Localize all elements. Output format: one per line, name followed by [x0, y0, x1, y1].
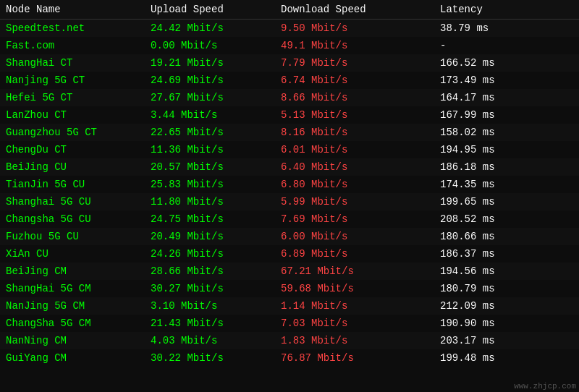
- node-name-cell: ChangSha 5G CM: [0, 315, 145, 332]
- download-speed-cell: 49.1 Mbit/s: [275, 37, 434, 54]
- download-speed-cell: 6.89 Mbit/s: [275, 245, 434, 263]
- node-name-cell: Fast.com: [0, 37, 145, 54]
- header-latency: Latency: [434, 0, 579, 20]
- upload-speed-cell: 25.83 Mbit/s: [145, 176, 275, 193]
- table-row: Shanghai 5G CU11.80 Mbit/s5.99 Mbit/s199…: [0, 193, 579, 210]
- download-speed-cell: 7.03 Mbit/s: [275, 315, 434, 332]
- download-speed-cell: 59.68 Mbit/s: [275, 280, 434, 297]
- download-speed-cell: 6.00 Mbit/s: [275, 228, 434, 245]
- upload-speed-cell: 28.66 Mbit/s: [145, 263, 275, 280]
- table-row: Fuzhou 5G CU20.49 Mbit/s6.00 Mbit/s180.6…: [0, 228, 579, 245]
- header-upload-speed: Upload Speed: [145, 0, 275, 20]
- node-name-cell: Shanghai 5G CU: [0, 193, 145, 210]
- latency-cell: 166.52 ms: [434, 54, 579, 72]
- watermark: www.zhjcp.com: [514, 382, 576, 391]
- node-name-cell: ShangHai CT: [0, 54, 145, 72]
- download-speed-cell: 8.16 Mbit/s: [275, 124, 434, 141]
- latency-cell: 167.99 ms: [434, 106, 579, 124]
- download-speed-cell: 6.01 Mbit/s: [275, 141, 434, 158]
- latency-cell: 164.17 ms: [434, 89, 579, 106]
- node-name-cell: BeiJing CU: [0, 158, 145, 176]
- table-row: BeiJing CM28.66 Mbit/s67.21 Mbit/s194.56…: [0, 263, 579, 280]
- table-row: GuiYang CM30.22 Mbit/s76.87 Mbit/s199.48…: [0, 349, 579, 367]
- upload-speed-cell: 24.69 Mbit/s: [145, 72, 275, 89]
- latency-cell: 186.18 ms: [434, 158, 579, 176]
- table-row: ShangHai 5G CM30.27 Mbit/s59.68 Mbit/s18…: [0, 280, 579, 297]
- download-speed-cell: 6.80 Mbit/s: [275, 176, 434, 193]
- upload-speed-cell: 24.75 Mbit/s: [145, 210, 275, 228]
- download-speed-cell: 6.40 Mbit/s: [275, 158, 434, 176]
- table-row: NanNing CM4.03 Mbit/s1.83 Mbit/s203.17 m…: [0, 332, 579, 349]
- latency-cell: 158.02 ms: [434, 124, 579, 141]
- download-speed-cell: 67.21 Mbit/s: [275, 263, 434, 280]
- upload-speed-cell: 11.36 Mbit/s: [145, 141, 275, 158]
- latency-cell: 173.49 ms: [434, 72, 579, 89]
- node-name-cell: NanNing CM: [0, 332, 145, 349]
- table-row: XiAn CU24.26 Mbit/s6.89 Mbit/s186.37 ms: [0, 245, 579, 263]
- latency-cell: 194.95 ms: [434, 141, 579, 158]
- latency-cell: 194.56 ms: [434, 263, 579, 280]
- upload-speed-cell: 0.00 Mbit/s: [145, 37, 275, 54]
- node-name-cell: Speedtest.net: [0, 20, 145, 38]
- node-name-cell: BeiJing CM: [0, 263, 145, 280]
- latency-cell: 212.09 ms: [434, 297, 579, 315]
- download-speed-cell: 7.69 Mbit/s: [275, 210, 434, 228]
- download-speed-cell: 9.50 Mbit/s: [275, 20, 434, 38]
- table-row: TianJin 5G CU25.83 Mbit/s6.80 Mbit/s174.…: [0, 176, 579, 193]
- upload-speed-cell: 30.27 Mbit/s: [145, 280, 275, 297]
- upload-speed-cell: 30.22 Mbit/s: [145, 349, 275, 367]
- header-node-name: Node Name: [0, 0, 145, 20]
- download-speed-cell: 6.74 Mbit/s: [275, 72, 434, 89]
- download-speed-cell: 5.13 Mbit/s: [275, 106, 434, 124]
- table-row: Hefei 5G CT27.67 Mbit/s8.66 Mbit/s164.17…: [0, 89, 579, 106]
- download-speed-cell: 8.66 Mbit/s: [275, 89, 434, 106]
- table-row: ChangSha 5G CM21.43 Mbit/s7.03 Mbit/s190…: [0, 315, 579, 332]
- node-name-cell: Nanjing 5G CT: [0, 72, 145, 89]
- upload-speed-cell: 27.67 Mbit/s: [145, 89, 275, 106]
- upload-speed-cell: 20.57 Mbit/s: [145, 158, 275, 176]
- upload-speed-cell: 22.65 Mbit/s: [145, 124, 275, 141]
- node-name-cell: LanZhou CT: [0, 106, 145, 124]
- node-name-cell: Hefei 5G CT: [0, 89, 145, 106]
- node-name-cell: NanJing 5G CM: [0, 297, 145, 315]
- header-download-speed: Download Speed: [275, 0, 434, 20]
- latency-cell: 190.90 ms: [434, 315, 579, 332]
- upload-speed-cell: 21.43 Mbit/s: [145, 315, 275, 332]
- table-row: Changsha 5G CU24.75 Mbit/s7.69 Mbit/s208…: [0, 210, 579, 228]
- latency-cell: 174.35 ms: [434, 176, 579, 193]
- node-name-cell: XiAn CU: [0, 245, 145, 263]
- node-name-cell: ShangHai 5G CM: [0, 280, 145, 297]
- node-name-cell: GuiYang CM: [0, 349, 145, 367]
- download-speed-cell: 7.79 Mbit/s: [275, 54, 434, 72]
- upload-speed-cell: 24.42 Mbit/s: [145, 20, 275, 38]
- upload-speed-cell: 3.44 Mbit/s: [145, 106, 275, 124]
- table-row: Speedtest.net24.42 Mbit/s9.50 Mbit/s38.7…: [0, 20, 579, 38]
- latency-cell: 186.37 ms: [434, 245, 579, 263]
- upload-speed-cell: 24.26 Mbit/s: [145, 245, 275, 263]
- latency-cell: 203.17 ms: [434, 332, 579, 349]
- node-name-cell: Fuzhou 5G CU: [0, 228, 145, 245]
- table-row: BeiJing CU20.57 Mbit/s6.40 Mbit/s186.18 …: [0, 158, 579, 176]
- latency-cell: -: [434, 37, 579, 54]
- latency-cell: 199.48 ms: [434, 349, 579, 367]
- upload-speed-cell: 11.80 Mbit/s: [145, 193, 275, 210]
- upload-speed-cell: 3.10 Mbit/s: [145, 297, 275, 315]
- table-row: Fast.com0.00 Mbit/s49.1 Mbit/s-: [0, 37, 579, 54]
- latency-cell: 180.79 ms: [434, 280, 579, 297]
- download-speed-cell: 1.83 Mbit/s: [275, 332, 434, 349]
- node-name-cell: ChengDu CT: [0, 141, 145, 158]
- table-row: NanJing 5G CM3.10 Mbit/s1.14 Mbit/s212.0…: [0, 297, 579, 315]
- table-row: Guangzhou 5G CT22.65 Mbit/s8.16 Mbit/s15…: [0, 124, 579, 141]
- node-name-cell: TianJin 5G CU: [0, 176, 145, 193]
- download-speed-cell: 5.99 Mbit/s: [275, 193, 434, 210]
- node-name-cell: Guangzhou 5G CT: [0, 124, 145, 141]
- latency-cell: 180.66 ms: [434, 228, 579, 245]
- latency-cell: 38.79 ms: [434, 20, 579, 38]
- download-speed-cell: 76.87 Mbit/s: [275, 349, 434, 367]
- table-row: LanZhou CT3.44 Mbit/s5.13 Mbit/s167.99 m…: [0, 106, 579, 124]
- table-row: ChengDu CT11.36 Mbit/s6.01 Mbit/s194.95 …: [0, 141, 579, 158]
- latency-cell: 208.52 ms: [434, 210, 579, 228]
- upload-speed-cell: 19.21 Mbit/s: [145, 54, 275, 72]
- download-speed-cell: 1.14 Mbit/s: [275, 297, 434, 315]
- table-row: ShangHai CT19.21 Mbit/s7.79 Mbit/s166.52…: [0, 54, 579, 72]
